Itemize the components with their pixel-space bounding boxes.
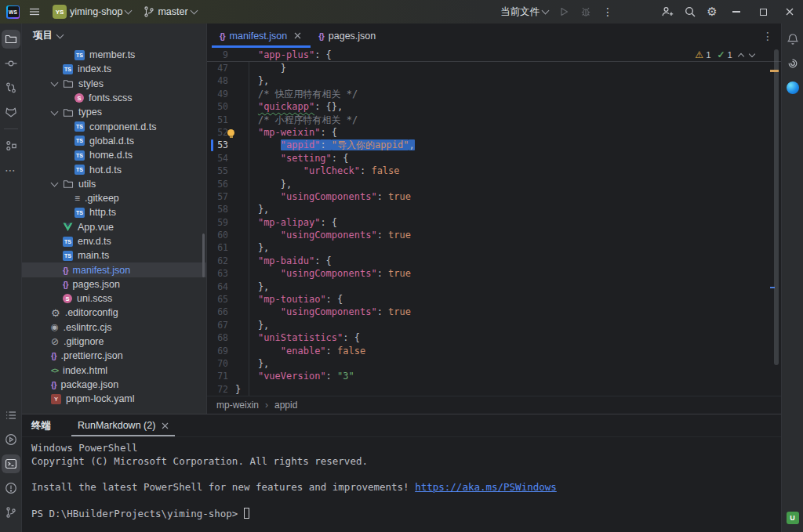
tree-item-index.html[interactable]: <>index.html — [22, 364, 206, 378]
tree-item-pages.json[interactable]: {}pages.json — [22, 277, 206, 291]
code-line-67[interactable]: 67 }, — [207, 319, 770, 331]
code-line-48[interactable]: 48 }, — [207, 74, 770, 87]
notifications-button[interactable] — [783, 30, 802, 49]
tree-item-index.ts[interactable]: TSindex.ts — [22, 62, 206, 76]
more-actions-kebab[interactable]: ⋮ — [598, 2, 617, 21]
tab-pages-json[interactable]: {} pages.json — [311, 24, 383, 48]
code-line-66[interactable]: 66 "usingComponents": true — [207, 306, 770, 318]
tree-item-global.d.ts[interactable]: TSglobal.d.ts — [22, 134, 206, 148]
code-line-53[interactable]: 53 "appid": "导入你的appid", — [207, 139, 770, 151]
maximize-button[interactable] — [750, 0, 776, 24]
uniapp-plugin-badge[interactable]: U — [787, 512, 799, 524]
code-line-55[interactable]: 55 "urlCheck": false — [207, 165, 770, 177]
tree-item-home.d.ts[interactable]: TShome.d.ts — [22, 148, 206, 162]
tree-item-uni.scss[interactable]: Suni.scss — [22, 291, 206, 306]
debug-button[interactable] — [576, 2, 595, 21]
merge-requests-tool-button[interactable] — [2, 103, 20, 121]
breadcrumb-item[interactable]: mp-weixin — [216, 400, 259, 411]
commit-tool-button[interactable] — [2, 54, 20, 73]
tree-item-env.d.ts[interactable]: TSenv.d.ts — [22, 234, 206, 248]
code-line-71[interactable]: 71 "vueVersion": "3" — [207, 370, 770, 382]
next-problem-button[interactable] — [749, 51, 755, 57]
pull-requests-tool-button[interactable] — [2, 78, 20, 97]
tree-item-member.ts[interactable]: TSmember.ts — [22, 48, 206, 62]
editor-scrollbar[interactable] — [774, 49, 779, 365]
code-line-62[interactable]: 62 "mp-baidu": { — [207, 255, 770, 267]
close-icon[interactable] — [162, 422, 169, 429]
code-line-57[interactable]: 57 "usingComponents": true — [207, 190, 770, 203]
tree-item-component.d.ts[interactable]: TScomponent.d.ts — [22, 119, 206, 133]
code-line-69[interactable]: 69 "enable": false — [207, 345, 770, 357]
tab-close-button[interactable] — [292, 31, 303, 42]
run-button[interactable] — [554, 2, 573, 21]
code-line-70[interactable]: 70 }, — [207, 357, 770, 370]
minimize-button[interactable] — [723, 0, 750, 24]
powershell-update-link[interactable]: https://aka.ms/PSWindows — [415, 481, 557, 493]
code-line-61[interactable]: 61 }, — [207, 241, 770, 254]
code-line-72[interactable]: 72} — [207, 383, 770, 396]
terminal-tool-button[interactable] — [2, 454, 20, 473]
tree-item-.gitignore[interactable]: ⊘.gitignore — [22, 335, 206, 349]
chevron-down-icon[interactable] — [51, 107, 59, 115]
settings-button[interactable]: ⚙ — [703, 2, 721, 21]
tree-item-fonts.scss[interactable]: Sfonts.scss — [22, 91, 206, 105]
structure-tool-button[interactable] — [2, 136, 20, 155]
more-tool-windows-button[interactable]: ⋯ — [2, 161, 20, 179]
terminal-output[interactable]: Windows PowerShellCopyright (C) Microsof… — [22, 437, 781, 532]
code-line-58[interactable]: 58 }, — [207, 203, 770, 215]
close-button[interactable] — [776, 0, 803, 24]
tree-item-hot.d.ts[interactable]: TShot.d.ts — [22, 162, 206, 176]
breadcrumb-item[interactable]: appid — [274, 400, 297, 411]
main-menu-button[interactable] — [25, 2, 44, 21]
project-tool-button[interactable] — [2, 30, 20, 49]
code-line-63[interactable]: 63 "usingComponents": true — [207, 267, 770, 280]
code-line-47[interactable]: 47 } — [207, 62, 770, 74]
tree-item-.gitkeep[interactable]: ≡.gitkeep — [22, 191, 206, 205]
code-with-me-button[interactable] — [658, 2, 678, 21]
code-line-49[interactable]: 49 /* 快应用特有相关 */ — [207, 88, 770, 100]
tree-item-.editorconfig[interactable]: ⚙.editorconfig — [22, 306, 206, 320]
code-line-52[interactable]: 52 "mp-weixin": { — [207, 126, 770, 139]
tab-options-kebab[interactable]: ⋮ — [762, 30, 773, 42]
tree-item-utils[interactable]: utils — [22, 177, 206, 191]
intention-bulb-icon[interactable] — [227, 129, 234, 136]
terminal-tab-runmarkdown[interactable]: RunMarkdown (2) — [71, 414, 175, 436]
tree-scrollbar[interactable] — [202, 233, 205, 277]
tree-item-package.json[interactable]: {}package.json — [22, 378, 206, 392]
tree-item-styles[interactable]: styles — [22, 77, 206, 91]
branch-switcher[interactable]: master — [140, 2, 199, 21]
todo-tool-button[interactable] — [2, 406, 20, 425]
chevron-down-icon[interactable] — [51, 79, 59, 87]
tab-manifest-json[interactable]: {} manifest.json — [212, 24, 311, 48]
sticky-line[interactable]: 9 "app-plus": { ⚠ 1 ✓ 1 — [207, 48, 781, 62]
code-line-60[interactable]: 60 "usingComponents": true — [207, 229, 770, 241]
code-line-54[interactable]: 54 "setting": { — [207, 152, 770, 165]
prev-problem-button[interactable] — [738, 52, 744, 59]
ai-assistant-button[interactable] — [783, 54, 802, 73]
tree-item-.prettierrc.json[interactable]: {}.prettierrc.json — [22, 349, 206, 363]
code-line-64[interactable]: 64 }, — [207, 280, 770, 293]
project-switcher[interactable]: YS yiming-shop — [49, 2, 134, 21]
tree-item-pnpm-lock.yaml[interactable]: Ypnpm-lock.yaml — [22, 392, 206, 406]
problems-tool-button[interactable] — [2, 479, 20, 498]
tree-item-App.vue[interactable]: App.vue — [22, 220, 206, 234]
tree-item-http.ts[interactable]: TShttp.ts — [22, 205, 206, 219]
version-control-tool-button[interactable] — [2, 503, 20, 522]
code-area[interactable]: 47 }48 },49 /* 快应用特有相关 */50 "quickapp": … — [207, 62, 781, 396]
code-line-50[interactable]: 50 "quickapp": {}, — [207, 100, 770, 113]
tree-item-main.ts[interactable]: TSmain.ts — [22, 248, 206, 262]
terminal-title[interactable]: 终端 — [31, 419, 51, 432]
project-panel-header[interactable]: 项目 — [22, 24, 206, 48]
code-line-51[interactable]: 51 /* 小程序特有相关 */ — [207, 114, 770, 126]
search-everywhere-button[interactable] — [681, 2, 699, 21]
builtin-browser-button[interactable] — [783, 78, 802, 97]
tree-item-types[interactable]: types — [22, 105, 206, 119]
code-line-59[interactable]: 59 "mp-alipay": { — [207, 216, 770, 229]
terminal-cursor[interactable] — [244, 508, 249, 519]
code-line-68[interactable]: 68 "uniStatistics": { — [207, 331, 770, 344]
ok-badge[interactable]: ✓ 1 — [718, 49, 732, 60]
run-tool-button[interactable] — [2, 430, 20, 449]
warnings-badge[interactable]: ⚠ 1 — [695, 49, 710, 60]
tree-item-manifest.json[interactable]: {}manifest.json — [22, 262, 206, 277]
chevron-down-icon[interactable] — [51, 179, 59, 187]
